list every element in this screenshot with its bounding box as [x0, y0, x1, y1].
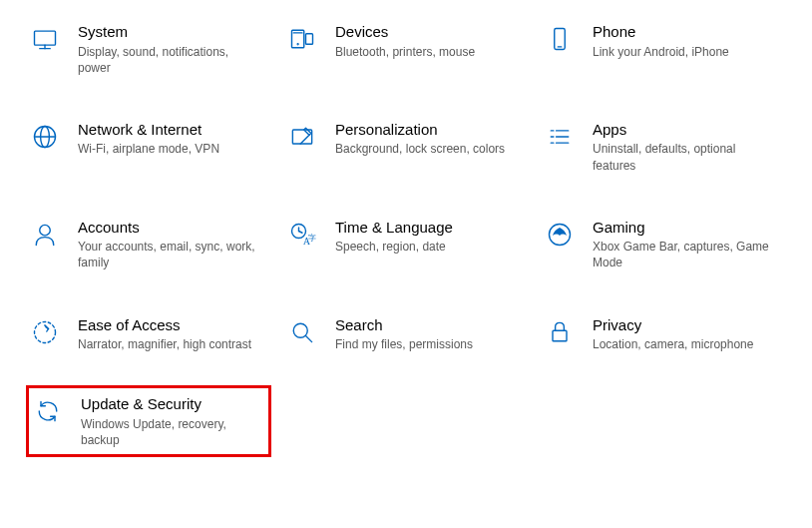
- settings-item-desc: Find my files, permissions: [335, 336, 519, 352]
- settings-item-phone[interactable]: Phone Link your Android, iPhone: [545, 20, 782, 78]
- settings-item-title: Personalization: [335, 120, 519, 140]
- settings-item-text: Phone Link your Android, iPhone: [593, 22, 782, 60]
- settings-item-update-security[interactable]: Update & Security Windows Update, recove…: [26, 385, 271, 457]
- settings-item-title: Network & Internet: [78, 120, 261, 140]
- time-language-icon: A字: [287, 220, 317, 250]
- settings-item-title: Phone: [593, 22, 776, 42]
- settings-item-text: Privacy Location, camera, microphone: [593, 315, 782, 353]
- system-icon: [30, 24, 60, 54]
- update-security-icon: [33, 396, 63, 426]
- svg-point-5: [297, 44, 298, 45]
- svg-text:字: 字: [308, 234, 316, 243]
- svg-rect-30: [553, 330, 567, 341]
- apps-icon: [545, 122, 575, 152]
- settings-item-text: Personalization Background, lock screen,…: [335, 120, 525, 158]
- settings-item-text: Network & Internet Wi-Fi, airplane mode,…: [78, 120, 267, 158]
- devices-icon: [287, 24, 317, 54]
- svg-rect-4: [306, 34, 313, 45]
- settings-item-title: Gaming: [593, 218, 776, 238]
- settings-item-ease-of-access[interactable]: Ease of Access Narrator, magnifier, high…: [30, 313, 267, 355]
- settings-item-desc: Speech, region, date: [335, 239, 519, 255]
- svg-line-13: [300, 135, 309, 144]
- gaming-icon: [545, 220, 575, 250]
- settings-grid: System Display, sound, notifications, po…: [30, 20, 782, 448]
- settings-item-search[interactable]: Search Find my files, permissions: [287, 313, 525, 355]
- settings-item-text: Devices Bluetooth, printers, mouse: [335, 22, 525, 60]
- settings-item-text: Time & Language Speech, region, date: [335, 218, 525, 256]
- settings-item-title: Search: [335, 315, 519, 335]
- settings-item-desc: Uninstall, defaults, optional features: [593, 141, 776, 173]
- settings-item-title: Ease of Access: [78, 315, 261, 335]
- settings-item-desc: Link your Android, iPhone: [593, 44, 776, 60]
- settings-item-text: Update & Security Windows Update, recove…: [81, 394, 264, 448]
- settings-item-gaming[interactable]: Gaming Xbox Game Bar, captures, Game Mod…: [545, 216, 782, 273]
- accounts-icon: [30, 220, 60, 250]
- settings-item-text: Gaming Xbox Game Bar, captures, Game Mod…: [593, 218, 782, 271]
- settings-item-privacy[interactable]: Privacy Location, camera, microphone: [545, 313, 782, 355]
- phone-icon: [545, 24, 575, 54]
- settings-item-desc: Wi-Fi, airplane mode, VPN: [78, 141, 261, 157]
- settings-item-network[interactable]: Network & Internet Wi-Fi, airplane mode,…: [30, 118, 267, 176]
- settings-item-desc: Narrator, magnifier, high contrast: [78, 336, 261, 352]
- settings-item-devices[interactable]: Devices Bluetooth, printers, mouse: [287, 20, 525, 78]
- settings-item-text: Search Find my files, permissions: [335, 315, 525, 353]
- settings-item-desc: Location, camera, microphone: [593, 336, 776, 352]
- personalization-icon: [287, 122, 317, 152]
- settings-item-title: Privacy: [593, 315, 776, 335]
- settings-item-text: System Display, sound, notifications, po…: [78, 22, 267, 76]
- settings-item-desc: Windows Update, recovery, backup: [81, 416, 258, 448]
- settings-item-accounts[interactable]: Accounts Your accounts, email, sync, wor…: [30, 216, 267, 273]
- svg-line-23: [299, 231, 303, 233]
- settings-item-system[interactable]: System Display, sound, notifications, po…: [30, 20, 267, 78]
- settings-item-desc: Your accounts, email, sync, work, family: [78, 239, 261, 270]
- svg-line-29: [306, 335, 312, 341]
- settings-item-desc: Xbox Game Bar, captures, Game Mode: [593, 239, 776, 270]
- settings-item-title: Time & Language: [335, 218, 519, 238]
- settings-item-time-language[interactable]: A字 Time & Language Speech, region, date: [287, 216, 525, 273]
- ease-of-access-icon: [30, 317, 60, 347]
- settings-item-title: System: [78, 22, 261, 42]
- privacy-icon: [545, 317, 575, 347]
- settings-item-title: Devices: [335, 22, 519, 42]
- settings-item-desc: Bluetooth, printers, mouse: [335, 44, 519, 60]
- search-icon: [287, 317, 317, 347]
- settings-item-text: Apps Uninstall, defaults, optional featu…: [593, 120, 782, 174]
- settings-item-desc: Background, lock screen, colors: [335, 141, 519, 157]
- settings-item-personalization[interactable]: Personalization Background, lock screen,…: [287, 118, 525, 176]
- network-icon: [30, 122, 60, 152]
- svg-point-20: [40, 225, 51, 236]
- settings-item-title: Apps: [593, 120, 776, 140]
- svg-rect-0: [35, 31, 56, 45]
- settings-item-title: Update & Security: [81, 394, 258, 414]
- settings-item-text: Accounts Your accounts, email, sync, wor…: [78, 218, 267, 271]
- settings-item-text: Ease of Access Narrator, magnifier, high…: [78, 315, 267, 353]
- settings-item-desc: Display, sound, notifications, power: [78, 44, 261, 76]
- settings-item-apps[interactable]: Apps Uninstall, defaults, optional featu…: [545, 118, 782, 176]
- settings-item-title: Accounts: [78, 218, 261, 238]
